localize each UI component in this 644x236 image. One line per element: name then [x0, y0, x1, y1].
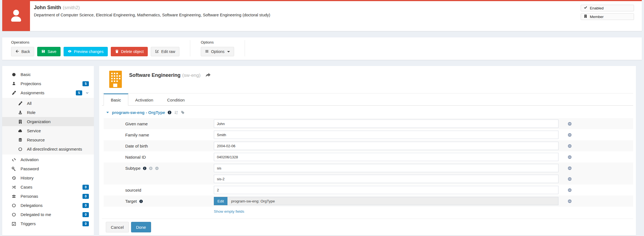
sidebar-item-password[interactable]: Password	[2, 164, 94, 173]
count-badge: 0	[82, 212, 89, 217]
target-value: program-sw-eng: OrgType	[227, 197, 558, 205]
refresh-icon	[11, 158, 17, 162]
subtype-input-1[interactable]	[214, 164, 558, 172]
sidebar-item-all-direct-indirect[interactable]: All direct/indirect assignments	[2, 144, 94, 154]
tag-icon[interactable]	[181, 110, 185, 115]
arrow-left-icon	[15, 49, 19, 54]
target-edit-button[interactable]: Edit	[214, 197, 227, 205]
info-icon[interactable]	[139, 199, 143, 203]
cancel-button[interactable]: Cancel	[106, 222, 129, 232]
minus-circle-icon[interactable]	[558, 155, 581, 159]
sourceid-input[interactable]	[214, 186, 558, 194]
count-badge: 0	[82, 185, 89, 190]
tab-activation[interactable]: Activation	[128, 93, 160, 105]
role-icon	[17, 110, 23, 115]
delete-object-button[interactable]: Delete object	[111, 47, 148, 56]
done-button[interactable]: Done	[131, 222, 151, 232]
minus-circle-icon[interactable]	[558, 144, 581, 148]
sidebar-item-delegations[interactable]: Delegations 0	[2, 201, 94, 210]
key-icon	[11, 167, 17, 171]
users-icon	[11, 194, 17, 199]
subtype-input-2[interactable]	[214, 175, 558, 183]
sidebar-item-activation[interactable]: Activation	[2, 155, 94, 164]
info-icon[interactable]	[167, 110, 172, 115]
circle-outline-icon	[11, 203, 17, 208]
info-icon[interactable]	[143, 166, 147, 170]
assignment-form: Given name Family name	[104, 118, 633, 216]
field-label: Given name	[104, 118, 214, 126]
field-label-text: Target	[125, 199, 137, 204]
tab-label: Activation	[135, 98, 153, 102]
minus-circle-icon[interactable]	[558, 177, 581, 181]
count-badge: 0	[82, 203, 89, 208]
user-display-name: John Smith	[34, 5, 61, 10]
org-identifier: (sw-eng)	[182, 73, 201, 78]
tab-condition[interactable]: Condition	[160, 93, 192, 105]
sidebar-item-label: History	[21, 176, 89, 180]
family-name-input[interactable]	[214, 131, 558, 139]
org-display-name: Software Engineering	[129, 72, 181, 78]
field-label-text: sourceId	[125, 188, 141, 192]
edit-raw-button[interactable]: Edit raw	[151, 47, 179, 56]
summary-text: John Smith(smith2) Department of Compute…	[30, 1, 581, 31]
sidebar-item-projections[interactable]: Projections 5	[2, 79, 94, 88]
delete-object-button-label: Delete object	[121, 49, 144, 54]
trash-icon	[115, 49, 119, 54]
caret-down-icon[interactable]	[106, 111, 109, 114]
database-icon	[17, 138, 23, 142]
minus-circle-icon[interactable]	[155, 166, 159, 170]
share-icon[interactable]	[205, 72, 211, 79]
sidebar-item-label: Activation	[21, 157, 89, 162]
sidebar-item-organization[interactable]: Organization	[2, 117, 94, 126]
minus-circle-icon[interactable]	[558, 188, 581, 192]
sidebar-item-role[interactable]: Role	[2, 108, 94, 117]
calendar-check-icon	[11, 222, 17, 226]
circle-outline-icon	[11, 212, 17, 217]
save-button[interactable]: Save	[37, 47, 61, 56]
sidebar-item-label: Organization	[27, 119, 89, 124]
options-dropdown-button[interactable]: Options	[201, 47, 234, 56]
minus-circle-icon[interactable]	[558, 133, 581, 137]
field-label: sourceId	[104, 184, 214, 192]
form-row-given-name: Given name	[104, 118, 633, 129]
minus-circle-icon[interactable]	[558, 166, 581, 170]
sidebar-item-personas[interactable]: Personas 0	[2, 192, 94, 201]
given-name-input[interactable]	[214, 120, 558, 128]
caret-down-icon	[227, 51, 230, 52]
preview-changes-button-label: Preview changes	[74, 49, 104, 54]
plus-circle-icon[interactable]	[149, 166, 153, 170]
show-empty-fields-link[interactable]: Show empty fields	[214, 209, 244, 214]
national-id-input[interactable]	[214, 153, 558, 161]
circle-icon	[11, 72, 17, 77]
date-of-birth-input[interactable]	[214, 142, 558, 150]
form-row-sourceid: sourceId	[104, 184, 633, 196]
preview-changes-button[interactable]: Preview changes	[64, 47, 108, 56]
sidebar-item-triggers[interactable]: Triggers 0	[2, 219, 94, 228]
sidebar-item-assignments[interactable]: Assignments 5	[2, 88, 94, 97]
tab-basic[interactable]: Basic	[104, 93, 128, 106]
sidebar-item-cases[interactable]: Cases 0	[2, 182, 94, 192]
avatar	[2, 1, 30, 31]
sidebar-item-all[interactable]: All	[2, 99, 94, 108]
sidebar-item-label: Basic	[21, 72, 89, 77]
count-badge: 5	[76, 90, 82, 95]
sidebar-item-label: Assignments	[21, 90, 76, 95]
tab-label: Condition	[167, 98, 185, 102]
member-badge-label: Member	[590, 15, 604, 19]
chevron-down-icon	[86, 91, 89, 95]
svg-text:Z: Z	[176, 113, 177, 115]
sidebar-item-history[interactable]: History	[2, 173, 94, 182]
sidebar-item-service[interactable]: Service	[2, 126, 94, 135]
form-row-target: Target Edit program-sw-eng: OrgType	[104, 196, 633, 207]
tab-label: Basic	[111, 98, 121, 102]
sidebar-item-delegated-to-me[interactable]: Delegated to me 0	[2, 210, 94, 219]
sidebar-item-label: Service	[27, 128, 89, 133]
status-badge-label: Enabled	[590, 6, 604, 10]
form-row-national-id: National ID	[104, 151, 633, 163]
sort-alpha-icon[interactable]: AZ	[174, 110, 178, 115]
minus-circle-icon[interactable]	[558, 122, 581, 126]
sidebar-item-resource[interactable]: Resource	[2, 135, 94, 144]
minus-circle-icon[interactable]	[558, 199, 581, 203]
sidebar-item-basic[interactable]: Basic	[2, 70, 94, 79]
back-button[interactable]: Back	[11, 47, 34, 56]
